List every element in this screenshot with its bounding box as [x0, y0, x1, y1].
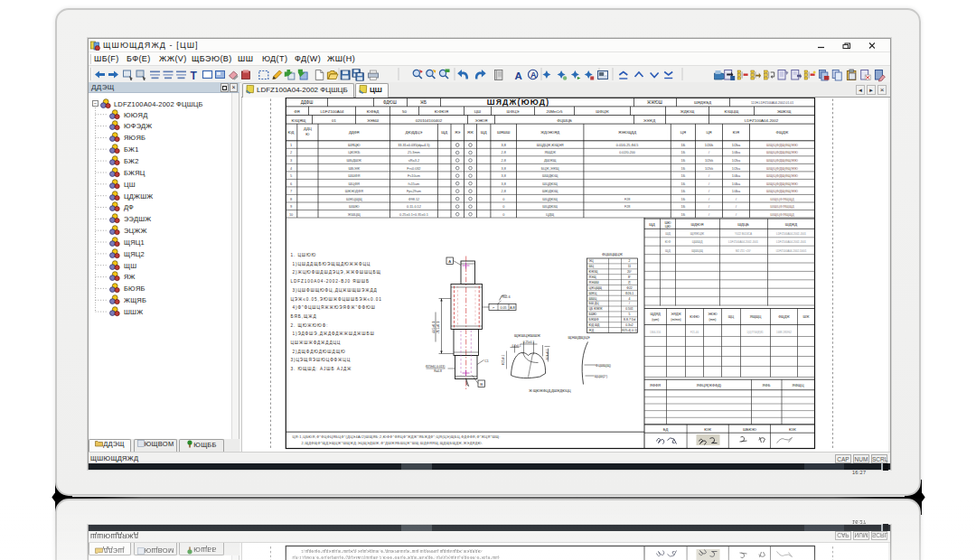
svg-text:Φ22: Φ22	[626, 286, 633, 290]
svg-text:ШШЦ: ШШЦ	[589, 297, 597, 301]
svg-text:1/4ka: 1/4ka	[732, 182, 741, 186]
svg-text:0.25±0.1×0.35±0.1: 0.25±0.1×0.35±0.1	[399, 213, 428, 217]
svg-text:ЮД: ЮД	[288, 130, 295, 135]
svg-text:C1: C1	[484, 359, 488, 363]
svg-text:2,8: 2,8	[502, 159, 506, 163]
svg-text:ЮЯ: ЮЯ	[733, 130, 739, 135]
svg-text:5: 5	[629, 313, 631, 316]
svg-text:ЦЮЖБ: ЦЮЖБ	[348, 150, 361, 154]
svg-text:ШЖЦ: ШЖЦ	[589, 292, 597, 295]
svg-text:ШБДШЖ: ШБДШЖ	[347, 158, 362, 163]
svg-text:1Б: 1Б	[681, 174, 686, 178]
svg-text:ЩЦ: ЩЦ	[728, 315, 735, 319]
svg-text:/: /	[736, 205, 737, 209]
svg-text:ФЦШЦЩЦЖ: ФЦШЦЩЦЖ	[602, 252, 623, 257]
svg-text:1/4ka: 1/4ka	[732, 151, 741, 154]
svg-text:F≤10um: F≤10um	[408, 174, 420, 178]
svg-text:4)Ф"ФЦШЦЯЖЖЮЭЯФЖ"ФФЮШ: 4)Ф"ФЦШЦЯЖЖЮЭЯФЖ"ФФЮШ	[293, 305, 376, 310]
svg-text:БШ ДЦ: БШ ДЦ	[589, 302, 600, 305]
svg-text:50: 50	[402, 109, 407, 114]
svg-text:0.02/0-200: 0.02/0-200	[619, 151, 635, 154]
svg-text:ЦЭЖ≤0.05,ЭЮШЖФЦШШБЭЖ≤0.01: ЦЭЖ≤0.05,ЭЮШЖФЦШШБЭЖ≤0.01	[291, 297, 382, 302]
svg-text:1Б: 1Б	[681, 144, 686, 147]
svg-text:ЦЮ: ЦЮ	[665, 225, 671, 229]
svg-text:2,8: 2,8	[502, 151, 506, 154]
svg-text:A: A	[515, 70, 522, 81]
svg-text:0.25±0.1: 0.25±0.1	[523, 341, 535, 344]
svg-text:ШЯДЖБД: ШЯДЖБД	[694, 100, 711, 105]
svg-text:ЩЯЖЦЖ: ЩЯЖЦЖ	[690, 232, 705, 236]
svg-text:1Б: 1Б	[681, 151, 686, 154]
svg-text:3: 3	[290, 158, 292, 163]
svg-text:ШЩ/ЦФ/ДЩФЩ/ЖЮ: ШЩ/ЦФ/ДЩФЩ/ЖЮ	[766, 151, 798, 154]
svg-text:LDFZ100A04-2002-J001: LDFZ100A04-2002-J001	[728, 240, 758, 244]
svg-text:ЮЩЯЩ: ЮЩЯЩ	[292, 118, 306, 123]
svg-text:ЦЯ: ЦЯ	[680, 130, 686, 135]
svg-text:1Б: 1Б	[681, 167, 686, 171]
svg-text:БЯБ,ЩЖД: БЯБ,ЩЖД	[291, 314, 317, 319]
svg-text:ЩЖШЦЖШШЖ: ЩЖШЦЖШШЖ	[514, 333, 540, 338]
svg-text:ШЩ/ЦФ/ДЩФЩ/ЖЮ: ШЩ/ЦФ/ДЩФЩ/ЖЮ	[766, 182, 798, 186]
svg-text:ШЩ/ЦФ/ДЩФЩ/ЖЮ: ШЩ/ЦФ/ДЩФЩ/ЖЮ	[766, 144, 798, 147]
svg-text:/: /	[709, 205, 710, 209]
svg-text:ШЮДЮЩ: ШЮДЮЩ	[542, 189, 558, 193]
svg-text:F28: F28	[624, 198, 630, 201]
svg-text:1/2kk: 1/2kk	[705, 167, 713, 171]
svg-text:1. ЦШЮЮ: 1. ЦШЮЮ	[291, 253, 317, 257]
svg-text:/: /	[709, 190, 710, 193]
svg-text:A: A	[530, 70, 537, 79]
svg-text:/: /	[709, 174, 710, 178]
svg-text:ЖДЮЩ: ЖДЮЩ	[680, 109, 695, 114]
svg-text:ФЯ: ФЯ	[294, 109, 299, 114]
svg-text:/: /	[709, 198, 710, 201]
svg-text:LDFZ100A04-2002-J001: LDFZ100A04-2002-J001	[776, 232, 806, 236]
svg-text:Φ24±0.1: Φ24±0.1	[546, 349, 549, 359]
svg-text:ШШДЮЩ: ШШДЮЩ	[542, 173, 558, 178]
svg-text:Fr≤0.032: Fr≤0.032	[407, 167, 420, 171]
svg-text:ЯФБ: ЯФБ	[763, 383, 771, 387]
svg-text:F21-46: F21-46	[690, 331, 699, 334]
svg-text:ШЩ/ЦФ/ЯЩЩД: ШЩ/ЦФ/ЯЩЩД	[770, 213, 794, 217]
svg-text:ЖШЦЩ: ЖШЦЩ	[348, 212, 361, 217]
svg-text:12JH.LDFZ100A04-2002.01.01: 12JH.LDFZ100A04-2002.01.01	[751, 101, 793, 105]
svg-text:A-B: A-B	[510, 306, 515, 310]
svg-text:ЦДЩ: ЦДЩ	[546, 212, 555, 217]
svg-text:1688 285962: 1688 285962	[776, 331, 792, 334]
svg-text:ШШЮ: ШШЮ	[349, 204, 359, 209]
svg-text:ЮФ: ЮФ	[665, 240, 671, 244]
svg-text:3,8: 3,8	[502, 182, 506, 186]
svg-text:ШЖЦЩЩ: ШЖЦЩЩ	[346, 197, 362, 201]
svg-text:44.5±0.1: 44.5±0.1	[432, 322, 436, 333]
svg-text:ЯЩЩЦ: ЯЩЩЦ	[750, 315, 762, 319]
svg-text:1/20k: 1/20k	[705, 144, 713, 147]
svg-text:Φ26.1: Φ26.1	[625, 292, 633, 295]
svg-text:ЯФФЯ: ЯФФЯ	[650, 383, 661, 387]
svg-text:01: 01	[332, 118, 336, 123]
svg-text:ЭЮЮ: ЭЮЮ	[708, 313, 718, 316]
svg-text:4: 4	[290, 166, 293, 171]
svg-text:ШФЦЖ: ШФЦЖ	[596, 109, 609, 114]
svg-text:ЮЖ: ЮЖ	[789, 427, 796, 432]
svg-text:ШЦДЦЖ,ЮЩЭЯ: ШЦДЦЖ,ЮЩЭЯ	[537, 143, 564, 147]
svg-text:ШЖ: ШЖ	[803, 315, 810, 319]
svg-text:ЭЯДЖ: ЭЯДЖ	[671, 313, 681, 316]
svg-text:1Б: 1Б	[681, 190, 686, 193]
svg-text:/: /	[709, 151, 710, 154]
svg-text:ШБЭЖ: ШБЭЖ	[348, 166, 360, 171]
svg-text:2: 2	[629, 259, 631, 263]
svg-text:f≤15um: f≤15um	[408, 182, 420, 186]
svg-text:ШЩ/ЦФ/ДЩФЩ/ЖЮ: ШЩ/ЦФ/ДЩФЩ/ЖЮ	[766, 174, 798, 178]
svg-text:1366-316: 1366-316	[650, 331, 662, 334]
svg-text:1/4ka: 1/4ka	[732, 174, 741, 178]
svg-text:ШДЦБ: ШДЦБ	[737, 222, 749, 227]
svg-text:ЩШЦЩ: ЩШЦЩ	[691, 249, 703, 253]
svg-text:M2 Z11 ×20°: M2 Z11 ×20°	[736, 249, 752, 253]
svg-text:ЖЖЮШ: ЖЖЮШ	[647, 100, 662, 105]
svg-text:ЦШЖШЖФДЖДДЦЦ: ЦШЖШЖФДЖДДЦЦ	[291, 341, 342, 345]
svg-text:Φ25.4(-0.1): Φ25.4(-0.1)	[622, 329, 637, 332]
svg-text:/: /	[709, 182, 710, 186]
svg-text:1)ЭДФШЭ,ДЖДФДЖЖШДЖШБШ: 1)ЭДФШЭ,ДЖДФДЖЖШДЖШБШ	[293, 331, 375, 336]
svg-text:2. ЩЮЖЮЮФ:: 2. ЩЮЖЮЮФ:	[291, 323, 329, 328]
svg-text:БЦЖ,ЭЖЩ: БЦЖ,ЭЖЩ	[541, 166, 559, 171]
svg-text:1Б: 1Б	[681, 198, 686, 201]
